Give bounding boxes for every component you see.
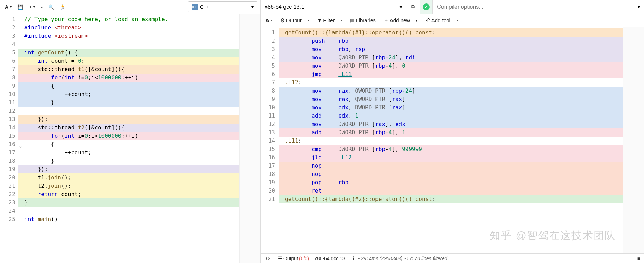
compiler-row: x86-64 gcc 13.1 ▾ ⧉ ✓ ▾ — [261, 0, 644, 14]
source-line[interactable]: } — [18, 157, 239, 165]
search-button[interactable]: 🔍 — [46, 3, 56, 11]
asm-line[interactable]: .L11: — [279, 137, 623, 145]
source-line[interactable]: #include <thread> — [18, 24, 239, 32]
book-icon: ▤ — [350, 17, 355, 24]
asm-line[interactable]: mov rbp, rsp — [279, 45, 623, 53]
check-icon: ✓ — [423, 3, 430, 10]
source-pane: A▾ 💾 +▾ 𝓋 🔍 🏃 C++ C++ ▾ 12345⌄67⌄89⌄1011… — [0, 0, 261, 263]
asm-code[interactable]: getCount()::{lambda()#1}::operator()() c… — [279, 27, 623, 253]
asm-line[interactable]: jmp .L11 — [279, 70, 623, 78]
chevron-down-icon: ▾ — [638, 4, 640, 10]
source-toolbar: A▾ 💾 +▾ 𝓋 🔍 🏃 C++ C++ ▾ — [0, 0, 260, 14]
list-icon: ☰ — [278, 256, 282, 261]
refresh-button[interactable]: ⟳ — [264, 254, 272, 263]
asm-line[interactable]: pop rbp — [279, 178, 623, 187]
status-timing: - 2914ms (295834B) ~17570 lines filtered — [358, 256, 447, 261]
filter-menu-button[interactable]: ▼ Filter... ▾ — [315, 16, 344, 25]
add-button[interactable]: +▾ — [27, 3, 37, 11]
run-button[interactable]: 🏃 — [58, 3, 68, 11]
source-line[interactable]: }); — [18, 165, 239, 173]
search-icon: 🔍 — [48, 4, 54, 10]
source-line[interactable]: // Type your code here, or load an examp… — [18, 15, 239, 24]
asm-line[interactable]: push rbp — [279, 37, 623, 45]
asm-line[interactable]: cmp DWORD PTR [rbp-4], 999999 — [279, 145, 623, 153]
asm-line[interactable]: add DWORD PTR [rbp-4], 1 — [279, 128, 623, 137]
info-icon[interactable]: ℹ — [353, 256, 354, 261]
source-line[interactable] — [18, 40, 239, 49]
run-icon: 🏃 — [60, 4, 66, 10]
source-line[interactable]: int main() — [18, 215, 239, 223]
font-menu-button[interactable]: A▾ — [263, 16, 275, 25]
compiler-label: x86-64 gcc 13.1 — [265, 4, 304, 10]
add-new-button[interactable]: ＋ Add new... ▾ — [381, 16, 420, 25]
chevron-down-icon: ▾ — [251, 5, 254, 9]
libraries-button[interactable]: ▤ Libraries — [348, 16, 378, 25]
source-line[interactable]: ++count; — [18, 149, 239, 157]
wrench-icon: 🖊 — [425, 17, 430, 23]
save-button[interactable]: 💾 — [15, 3, 25, 11]
asm-line[interactable]: nop — [279, 170, 623, 178]
source-line[interactable]: std::thread t2([&count](){ — [18, 124, 239, 132]
scroll-indicator-icon: ≡ — [637, 256, 640, 261]
output-toggle[interactable]: ☰ Output (0/0) — [276, 254, 311, 263]
source-line[interactable]: for(int i=0;i<1000000;++i) — [18, 132, 239, 140]
cpp-logo-icon: C++ — [192, 4, 198, 10]
filter-icon: ▼ — [317, 17, 322, 23]
external-link-icon: ⧉ — [411, 4, 415, 10]
source-line[interactable]: return count; — [18, 190, 239, 198]
gear-icon: ⚙ — [280, 17, 285, 24]
source-minimap[interactable] — [239, 14, 260, 263]
source-line[interactable]: int getCount() { — [18, 49, 239, 57]
compiler-selector[interactable]: x86-64 gcc 13.1 ▾ — [261, 3, 406, 10]
source-line[interactable]: { — [18, 140, 239, 149]
asm-gutter: 123456789101112131415161718192021 — [261, 27, 279, 253]
source-line[interactable]: for(int i=0;i<1000000;++i) — [18, 74, 239, 82]
asm-line[interactable]: mov rax, QWORD PTR [rax] — [279, 95, 623, 103]
asm-editor[interactable]: 123456789101112131415161718192021 getCou… — [261, 27, 644, 253]
asm-line[interactable]: mov DWORD PTR [rax], edx — [279, 120, 623, 128]
source-line[interactable]: }); — [18, 115, 239, 124]
output-menu-button[interactable]: ⚙ Output... ▾ — [278, 16, 312, 25]
source-line[interactable]: int count = 0; — [18, 57, 239, 65]
source-code[interactable]: // Type your code here, or load an examp… — [18, 14, 239, 263]
asm-minimap[interactable] — [623, 27, 644, 253]
compiler-options-input[interactable] — [433, 0, 634, 14]
source-line[interactable]: #include <iostream> — [18, 32, 239, 40]
asm-line[interactable]: jle .L12 — [279, 153, 623, 162]
vim-button[interactable]: 𝓋 — [39, 2, 45, 11]
asm-line[interactable]: nop — [279, 162, 623, 170]
app-root: A▾ 💾 +▾ 𝓋 🔍 🏃 C++ C++ ▾ 12345⌄67⌄89⌄1011… — [0, 0, 644, 263]
asm-line[interactable]: getCount()::{lambda()#2}::operator()() c… — [279, 195, 623, 203]
source-line[interactable]: t1.join(); — [18, 173, 239, 182]
open-external-button[interactable]: ⧉ — [406, 4, 420, 10]
source-editor[interactable]: 12345⌄67⌄89⌄1011121314⌄1516⌄171819202122… — [0, 14, 260, 263]
asm-line[interactable]: mov rax, QWORD PTR [rbp-24] — [279, 87, 623, 95]
asm-line[interactable]: mov edx, DWORD PTR [rax] — [279, 103, 623, 112]
source-line[interactable] — [18, 207, 239, 215]
source-line[interactable]: } — [18, 198, 239, 207]
source-line[interactable]: { — [18, 82, 239, 90]
vim-icon: 𝓋 — [41, 4, 43, 10]
source-line[interactable]: std::thread t1([&count](){ — [18, 65, 239, 74]
asm-line[interactable]: mov DWORD PTR [rbp-4], 0 — [279, 62, 623, 70]
asm-toolbar: A▾ ⚙ Output... ▾ ▼ Filter... ▾ ▤ Librari… — [261, 14, 644, 27]
source-line[interactable]: t2.join(); — [18, 182, 239, 190]
save-icon: 💾 — [17, 4, 23, 10]
asm-line[interactable]: add edx, 1 — [279, 112, 623, 120]
asm-line[interactable]: getCount()::{lambda()#1}::operator()() c… — [279, 28, 623, 37]
add-tool-button[interactable]: 🖊 Add tool... ▾ — [423, 16, 461, 25]
options-dropdown-button[interactable]: ▾ — [634, 0, 644, 14]
source-line[interactable]: } — [18, 99, 239, 107]
asm-line[interactable]: .L12: — [279, 78, 623, 87]
font-menu-button[interactable]: A▾ — [3, 3, 14, 11]
source-line[interactable]: ++count; — [18, 90, 239, 99]
asm-line[interactable]: mov QWORD PTR [rbp-24], rdi — [279, 53, 623, 62]
asm-line[interactable]: ret — [279, 187, 623, 195]
asm-pane: x86-64 gcc 13.1 ▾ ⧉ ✓ ▾ A▾ ⚙ Output... ▾… — [261, 0, 644, 263]
source-line[interactable] — [18, 107, 239, 115]
compile-status: ✓ — [420, 0, 433, 14]
source-gutter: 12345⌄67⌄89⌄1011121314⌄1516⌄171819202122… — [0, 14, 18, 263]
language-selector[interactable]: C++ C++ ▾ — [188, 1, 257, 12]
status-bar: ⟳ ☰ Output (0/0) x86-64 gcc 13.1 ℹ - 291… — [261, 253, 644, 263]
status-compiler: x86-64 gcc 13.1 — [315, 256, 349, 261]
